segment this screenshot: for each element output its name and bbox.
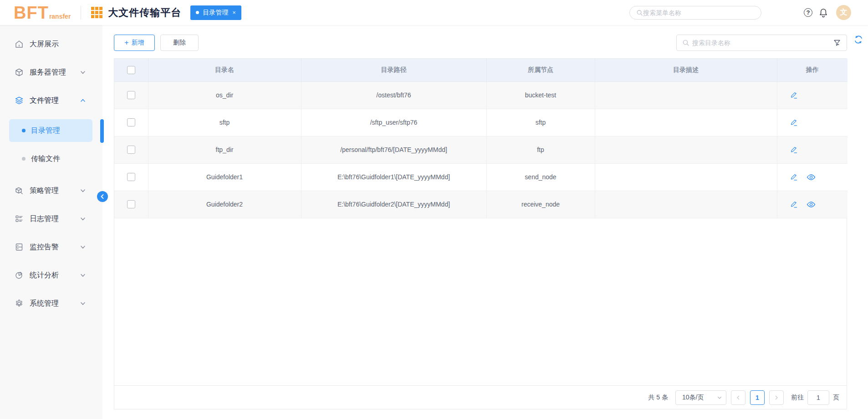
sidebar-item-file-management[interactable]: 文件管理 [0, 86, 102, 115]
cell-directory-path: E:\bft76\Guidfolder1\[DATE_yyyyMMdd] [301, 163, 486, 191]
goto-label: 前往 [791, 394, 804, 402]
sidebar-item-label: 大屏展示 [30, 40, 59, 49]
sidebar-menu: 大屏展示 服务器管理 文件管理 [0, 25, 102, 318]
help-icon[interactable]: ? [804, 8, 812, 17]
sidebar-item-logs[interactable]: 日志管理 [0, 205, 102, 233]
table-body: os_dir /ostest/bft76 bucket-test [114, 81, 848, 218]
directory-search-box[interactable] [676, 35, 847, 51]
chevron-up-icon [80, 97, 86, 104]
directory-search-input[interactable] [692, 39, 833, 46]
column-header-node: 所属节点 [486, 59, 595, 81]
add-button[interactable]: + 新增 [114, 35, 155, 51]
sidebar-item-label: 策略管理 [30, 186, 59, 196]
stats-icon [15, 271, 24, 280]
cell-directory-name: ftp_dir [148, 136, 301, 163]
prev-page-button[interactable] [731, 390, 745, 405]
delete-button[interactable]: 删除 [160, 35, 199, 51]
cell-node: bucket-test [486, 81, 595, 109]
sidebar-item-label: 日志管理 [30, 214, 59, 224]
refresh-icon[interactable] [853, 35, 863, 45]
sidebar-item-statistics[interactable]: 统计分析 [0, 261, 102, 289]
main-content: + 新增 删除 [102, 25, 868, 419]
chevron-down-icon [80, 272, 86, 278]
plus-icon: + [124, 39, 128, 47]
table-header-row: 目录名 目录路径 所属节点 目录描述 操作 [114, 59, 848, 81]
tab-close-icon[interactable]: × [232, 9, 236, 16]
sidebar: 大屏展示 服务器管理 文件管理 [0, 25, 102, 419]
sidebar-item-dashboard[interactable]: 大屏展示 [0, 30, 102, 58]
column-header-desc: 目录描述 [595, 59, 777, 81]
sidebar-item-directory-management[interactable]: 目录管理 [9, 119, 92, 142]
sidebar-item-label: 统计分析 [30, 271, 59, 280]
table-empty-area [114, 218, 847, 386]
sidebar-item-system[interactable]: 系统管理 [0, 289, 102, 318]
page-number-button[interactable]: 1 [750, 390, 765, 405]
search-icon [682, 39, 689, 46]
submenu-item-label: 目录管理 [31, 126, 60, 136]
cell-node: ftp [486, 136, 595, 163]
chevron-down-icon [717, 395, 722, 400]
cell-node: sftp [486, 109, 595, 136]
select-all-checkbox[interactable] [127, 66, 135, 74]
column-header-name: 目录名 [148, 59, 301, 81]
edit-icon[interactable] [790, 173, 798, 181]
goto-page: 前往 页 [791, 390, 839, 405]
filter-icon[interactable] [833, 39, 841, 47]
sidebar-item-servers[interactable]: 服务器管理 [0, 58, 102, 86]
page-size-select[interactable]: 10条/页 [675, 390, 726, 405]
cell-node: receive_node [486, 191, 595, 218]
add-button-label: 新增 [132, 39, 144, 47]
row-checkbox[interactable] [127, 200, 135, 208]
search-icon [636, 9, 643, 16]
table-row: Guidefolder1 E:\bft76\Guidfolder1\[DATE_… [114, 163, 848, 191]
next-page-button[interactable] [769, 390, 784, 405]
sidebar-item-label: 监控告警 [30, 242, 59, 252]
view-icon[interactable] [807, 174, 816, 180]
cell-description [595, 163, 777, 191]
cell-directory-name: Guidefolder2 [148, 191, 301, 218]
page-unit-label: 页 [833, 394, 839, 402]
chevron-left-icon [735, 395, 741, 400]
monitor-icon [15, 242, 24, 252]
cell-directory-name: Guidefolder1 [148, 163, 301, 191]
table-row: sftp /sftp_user/sftp76 sftp [114, 109, 848, 136]
row-checkbox[interactable] [127, 91, 135, 99]
bullet-icon [22, 157, 26, 161]
edit-icon[interactable] [790, 119, 798, 126]
view-icon[interactable] [807, 202, 816, 207]
sidebar-item-strategy[interactable]: 策略管理 [0, 177, 102, 205]
bft-logo[interactable]: BFT ransfer [14, 4, 71, 21]
cell-description [595, 109, 777, 136]
chevron-left-icon [100, 194, 105, 199]
tab-directory-management[interactable]: 目录管理 × [190, 5, 241, 20]
edit-icon[interactable] [790, 201, 798, 208]
home-icon [15, 40, 24, 49]
user-avatar[interactable]: 文 [836, 5, 851, 20]
app-grid-icon [91, 7, 102, 18]
table-row: os_dir /ostest/bft76 bucket-test [114, 81, 848, 109]
goto-page-input[interactable] [807, 390, 829, 405]
row-checkbox[interactable] [127, 118, 135, 126]
notification-bell-icon[interactable] [819, 8, 828, 18]
total-count-label: 共 5 条 [648, 394, 668, 402]
delete-button-label: 删除 [173, 39, 186, 47]
edit-icon[interactable] [790, 146, 798, 154]
sidebar-collapse-button[interactable] [97, 191, 108, 202]
sidebar-item-label: 服务器管理 [30, 68, 66, 77]
topbar-divider [81, 6, 81, 20]
bullet-icon [22, 129, 26, 132]
menu-search-input[interactable] [643, 9, 755, 16]
cell-description [595, 81, 777, 109]
chevron-down-icon [80, 300, 86, 307]
edit-icon[interactable] [790, 91, 798, 99]
sidebar-item-transfer-files[interactable]: 传输文件 [9, 147, 92, 170]
row-checkbox[interactable] [127, 146, 135, 154]
sidebar-item-label: 系统管理 [30, 299, 59, 308]
sidebar-item-label: 文件管理 [30, 96, 59, 106]
logo-suffix-text: ransfer [49, 13, 71, 20]
cell-directory-path: /sftp_user/sftp76 [301, 109, 486, 136]
menu-search-box[interactable] [629, 6, 761, 20]
row-checkbox[interactable] [127, 173, 135, 181]
logo-text: BFT [14, 4, 49, 21]
sidebar-item-monitoring[interactable]: 监控告警 [0, 233, 102, 261]
